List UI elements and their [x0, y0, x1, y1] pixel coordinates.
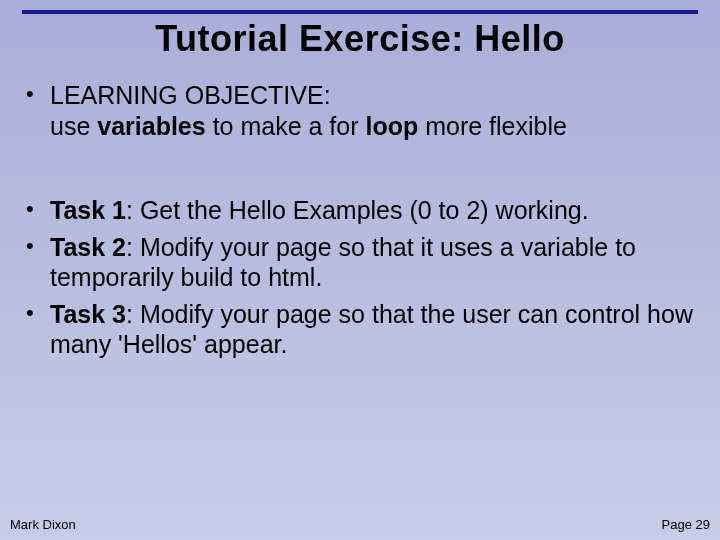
slide-content: • LEARNING OBJECTIVE: use variables to m… [26, 80, 694, 366]
task-label: Task 2 [50, 233, 126, 261]
objective-pre: use [50, 112, 97, 140]
objective-bold2: loop [365, 112, 418, 140]
task-text: Task 3: Modify your page so that the use… [50, 299, 694, 360]
footer-author: Mark Dixon [10, 517, 76, 532]
task-body: : Get the Hello Examples (0 to 2) workin… [126, 196, 589, 224]
objective-bullet: • LEARNING OBJECTIVE: use variables to m… [26, 80, 694, 141]
task-label: Task 1 [50, 196, 126, 224]
bullet-dot-icon: • [26, 195, 50, 226]
task-body: : Modify your page so that the user can … [50, 300, 693, 359]
bullet-dot-icon: • [26, 80, 50, 141]
objective-label: LEARNING OBJECTIVE: [50, 81, 331, 109]
title-rule [22, 10, 698, 14]
task-body: : Modify your page so that it uses a var… [50, 233, 636, 292]
footer-page: Page 29 [662, 517, 710, 532]
task-label: Task 3 [50, 300, 126, 328]
objective-text: LEARNING OBJECTIVE: use variables to mak… [50, 80, 694, 141]
objective-mid: to make a for [206, 112, 366, 140]
spacer [26, 147, 694, 195]
objective-bold1: variables [97, 112, 205, 140]
objective-post: more flexible [418, 112, 567, 140]
task-bullet: • Task 3: Modify your page so that the u… [26, 299, 694, 360]
slide-title: Tutorial Exercise: Hello [0, 18, 720, 60]
task-text: Task 2: Modify your page so that it uses… [50, 232, 694, 293]
task-bullet: • Task 1: Get the Hello Examples (0 to 2… [26, 195, 694, 226]
bullet-dot-icon: • [26, 232, 50, 293]
task-text: Task 1: Get the Hello Examples (0 to 2) … [50, 195, 694, 226]
task-bullet: • Task 2: Modify your page so that it us… [26, 232, 694, 293]
bullet-dot-icon: • [26, 299, 50, 360]
